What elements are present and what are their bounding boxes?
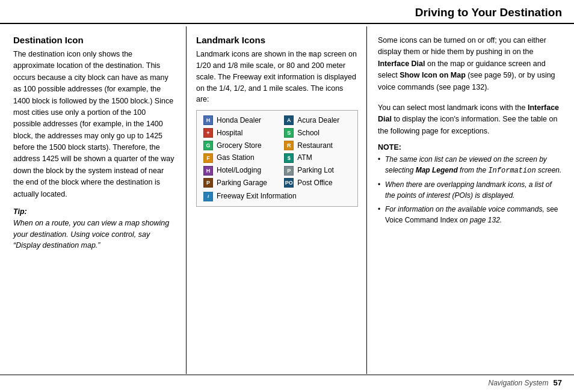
freeway-exit-icon: i [202,189,215,203]
page-footer: Navigation System 57 [0,375,574,387]
tip-text: When on a route, you can view a map show… [13,218,175,251]
acura-dealer-icon: A [282,114,295,127]
landmark-icons-title: Landmark Icons [196,35,358,45]
top-border [0,23,574,24]
note-1-screen: screen. [536,166,562,174]
list-item: When there are overlapping landmark icon… [378,179,563,201]
right-column: Some icons can be turned on or off; you … [367,26,574,374]
interface-dial-bold-1: Interface Dial [378,60,425,68]
note-1-bold: Map Legend [416,166,458,174]
freeway-exit-label: Freeway Exit Information [215,189,353,203]
hospital-icon: + [202,127,215,139]
parking-lot-label: Parking Lot [295,164,353,177]
list-item: For information on the available voice c… [378,204,563,225]
map-word: map [309,51,322,59]
destination-icon-title: Destination Icon [13,35,175,45]
icons-table: H Honda Dealer A Acura Dealer + Hospital… [202,114,353,203]
grocery-store-label: Grocery Store [215,139,282,152]
table-row: P Parking Garage PO Post Office [202,177,353,189]
parking-garage-label: Parking Garage [215,177,282,189]
right-para1: Some icons can be turned on or off; you … [378,35,563,93]
page-title-bar: Driving to Your Destination [415,6,562,19]
content-area: Destination Icon The destination icon on… [0,26,574,374]
school-label: School [295,127,353,139]
parking-lot-icon: P [282,164,295,177]
post-office-label: Post Office [295,177,353,189]
acura-dealer-label: Acura Dealer [295,114,353,127]
landmark-icons-intro: Landmark icons are shown in the map scre… [196,49,358,105]
icons-grid: H Honda Dealer A Acura Dealer + Hospital… [196,110,358,207]
show-icon-bold: Show Icon on Map [400,71,466,79]
table-row: H Hotel/Lodging P Parking Lot [202,164,353,177]
hospital-label: Hospital [215,127,282,139]
post-office-icon: PO [282,177,295,189]
atm-label: ATM [295,152,353,164]
note-3-page: on page 132. [460,216,502,224]
interface-dial-bold-2: Interface Dial [378,103,559,123]
gas-station-label: Gas Station [215,152,282,164]
restaurant-label: Restaurant [295,139,353,152]
note-label: NOTE: [378,143,563,152]
note-3-italic: For information on the available voice c… [385,205,546,213]
table-row: G Grocery Store R Restaurant [202,139,353,152]
page-container: Driving to Your Destination Destination … [0,0,574,392]
footer-nav-label: Navigation System [488,379,548,387]
list-item: The same icon list can be viewed on the … [378,154,563,176]
note-2-text: When there are overlapping landmark icon… [385,180,552,200]
hotel-lodging-label: Hotel/Lodging [215,164,282,177]
destination-icon-body: The destination icon only shows the appr… [13,49,175,200]
table-row: F Gas Station $ ATM [202,152,353,164]
tip-label: Tip: [13,207,175,216]
note-1-information: Information [488,167,535,175]
footer-page-num: 57 [554,378,562,387]
middle-column: Landmark Icons Landmark icons are shown … [187,26,367,374]
note-list: The same icon list can be viewed on the … [378,154,563,225]
honda-dealer-icon: H [202,114,215,127]
gas-station-icon: F [202,152,215,164]
atm-icon: $ [282,152,295,164]
school-icon: S [282,127,295,139]
hotel-lodging-icon: H [202,164,215,177]
table-row: i Freeway Exit Information [202,189,353,203]
restaurant-icon: R [282,139,295,152]
right-para2: You can select most landmark icons with … [378,102,563,137]
table-row: H Honda Dealer A Acura Dealer [202,114,353,127]
table-row: + Hospital S School [202,127,353,139]
honda-dealer-label: Honda Dealer [215,114,282,127]
left-column: Destination Icon The destination icon on… [0,26,187,374]
parking-garage-icon: P [202,177,215,189]
grocery-store-icon: G [202,139,215,152]
note-1-from: from the [458,166,489,174]
page-title: Driving to Your Destination [415,6,562,19]
